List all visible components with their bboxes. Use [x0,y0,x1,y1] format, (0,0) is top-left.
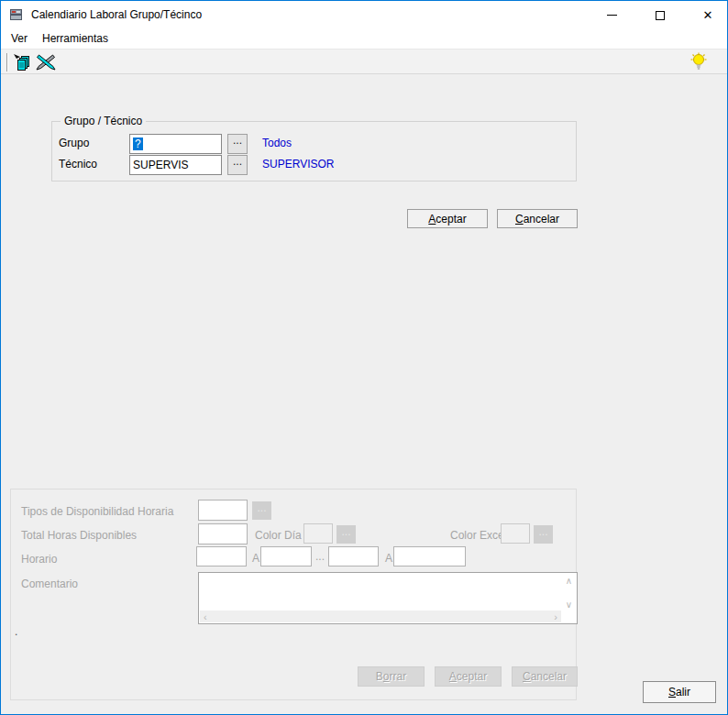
scroll-down-icon[interactable]: ∨ [566,600,572,610]
comentario-vertical-scrollbar[interactable]: ∧ ∨ [562,574,576,611]
comentario-textarea[interactable]: ∧ ∨ ‹ › [198,572,578,624]
tipos-browse-button[interactable]: ... [252,501,271,520]
crossed-tools-button[interactable] [35,52,57,72]
comentario-horizontal-scrollbar[interactable]: ‹ › [200,610,561,622]
tecnico-browse-button[interactable]: ... [227,155,248,175]
scroll-left-icon[interactable]: ‹ [204,611,207,622]
salir-button[interactable]: Salir [643,681,716,703]
close-button[interactable]: ✕ [687,1,728,29]
horario-separator: ... [315,550,325,563]
groupbox-title: Grupo / Técnico [61,115,146,127]
menu-item-herramientas[interactable]: Herramientas [35,29,116,49]
tecnico-display-text: SUPERVISOR [262,158,334,170]
total-horas-label: Total Horas Disponibles [21,529,137,542]
footnote-dot: . [15,625,17,638]
maximize-button[interactable] [639,1,681,29]
color-dia-field[interactable] [303,523,333,544]
menubar: Ver Herramientas [1,29,727,49]
app-window: Calendiario Laboral Grupo/Técinco ✕ Ver … [0,0,728,715]
grupo-label: Grupo [59,137,89,149]
aceptar-button-top[interactable]: Aceptar [407,209,488,228]
horario-from2-input[interactable] [328,546,379,566]
tecnico-label: Técnico [59,158,97,170]
lightbulb-icon [690,52,707,72]
lightbulb-hint-button[interactable] [688,52,710,72]
toolbar-gripper [6,53,8,72]
color-dia-label: Color Día [255,529,302,542]
close-icon: ✕ [703,9,713,21]
cancelar-button-bottom[interactable]: Cancelar [512,666,578,687]
maximize-icon [656,11,665,20]
horario-to2-input[interactable] [393,546,466,566]
copy-documents-icon [13,53,31,72]
horario-from1-input[interactable] [196,546,247,566]
horario-a2-label: A [385,552,392,565]
titlebar: Calendiario Laboral Grupo/Técinco ✕ [1,1,727,29]
horario-a1-label: A [252,552,259,565]
scroll-up-icon[interactable]: ∧ [566,576,572,586]
aceptar-button-bottom[interactable]: Aceptar [435,666,502,687]
tecnico-input-text: SUPERVIS [133,159,188,171]
comentario-label: Comentario [21,578,78,590]
tecnico-input[interactable]: SUPERVIS [129,155,222,175]
horario-to1-input[interactable] [260,546,312,566]
grupo-browse-button[interactable]: ... [227,134,248,154]
grupo-tecnico-groupbox: Grupo / Técnico Grupo ? ... Todos Técnic… [51,121,577,182]
color-dia-browse-button[interactable]: ... [336,525,356,544]
window-title: Calendiario Laboral Grupo/Técinco [31,1,202,29]
borrar-button[interactable]: Borrar [358,666,425,687]
total-horas-input[interactable] [198,523,248,544]
tipos-disponibilidad-input[interactable] [198,500,248,521]
color-excel-label: Color Excel [450,529,506,542]
copy-documents-button[interactable] [11,52,33,72]
color-excel-browse-button[interactable]: ... [534,525,553,544]
crossed-tools-icon [36,53,56,72]
grupo-input-selected-text: ? [133,138,143,150]
minimize-icon [607,15,617,16]
menu-item-ver[interactable]: Ver [4,29,35,49]
app-icon [9,7,24,22]
color-excel-field[interactable] [501,523,530,544]
grupo-display-text: Todos [262,137,292,149]
minimize-button[interactable] [590,1,633,29]
horario-label: Horario [21,553,57,566]
grupo-input[interactable]: ? [129,134,222,154]
scroll-right-icon[interactable]: › [554,611,557,622]
cancelar-button-top[interactable]: Cancelar [497,209,578,228]
detail-panel: Tipos de Disponibilidad Horaria ... Tota… [10,489,577,700]
tipos-disponibilidad-label: Tipos de Disponibilidad Horaria [21,505,173,518]
toolbar [1,49,727,74]
